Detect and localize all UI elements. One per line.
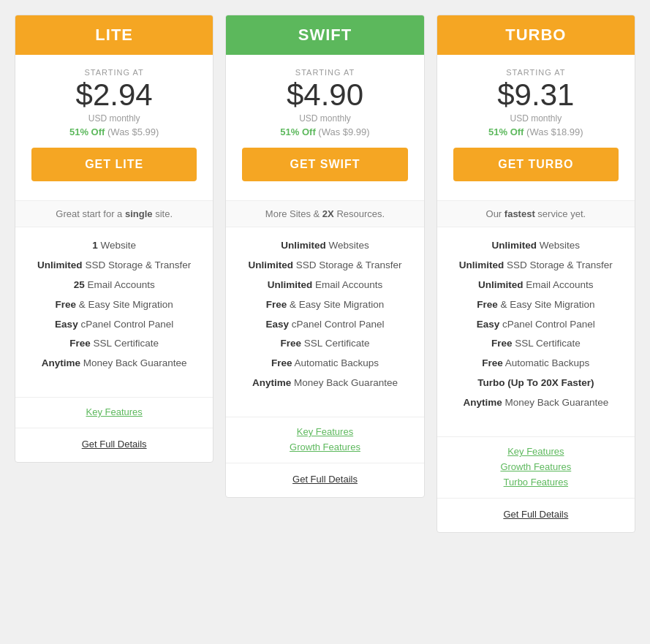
full-details-turbo: Get Full Details (437, 498, 635, 532)
plan-pricing-turbo: STARTING AT$9.31USD monthly51% Off (Was … (437, 55, 635, 200)
feature-item-swift-2: Unlimited Email Accounts (236, 279, 413, 292)
feature-item-turbo-3: Free & Easy Site Migration (447, 298, 624, 312)
feature-item-turbo-6: Free Automatic Backups (447, 357, 624, 371)
feature-item-swift-0: Unlimited Websites (236, 239, 413, 253)
divider-links-swift (226, 417, 423, 417)
feature-item-turbo-5: Free SSL Certificate (447, 337, 624, 351)
price-lite: $2.94 (23, 80, 205, 110)
link-swift-1[interactable]: Growth Features (226, 442, 423, 452)
usd-monthly-swift: USD monthly (233, 113, 416, 124)
plan-features-swift: Unlimited WebsitesUnlimited SSD Storage … (226, 227, 423, 408)
discount-turbo: 51% Off (Was $18.99) (445, 126, 627, 137)
plan-card-swift: SWIFTSTARTING AT$4.90USD monthly51% Off … (225, 15, 424, 498)
price-swift: $4.90 (233, 80, 416, 110)
feature-item-lite-4: Easy cPanel Control Panel (26, 318, 203, 332)
plan-features-lite: 1 WebsiteUnlimited SSD Storage & Transfe… (15, 227, 213, 388)
plan-header-swift: SWIFT (226, 15, 423, 55)
full-details-link-turbo[interactable]: Get Full Details (503, 509, 568, 520)
feature-item-swift-3: Free & Easy Site Migration (236, 298, 413, 312)
cta-button-turbo[interactable]: GET TURBO (453, 148, 619, 181)
link-lite-0[interactable]: Key Features (15, 406, 213, 417)
usd-monthly-lite: USD monthly (23, 113, 205, 124)
plan-links-swift: Key FeaturesGrowth Features (226, 426, 423, 463)
plan-title-lite: LITE (26, 26, 203, 45)
feature-item-swift-1: Unlimited SSD Storage & Transfer (236, 259, 413, 273)
plan-title-swift: SWIFT (236, 26, 413, 45)
link-turbo-1[interactable]: Growth Features (437, 461, 635, 472)
feature-item-turbo-4: Easy cPanel Control Panel (447, 318, 624, 332)
plan-header-lite: LITE (15, 15, 213, 55)
plan-card-lite: LITESTARTING AT$2.94USD monthly51% Off (… (15, 15, 213, 463)
link-turbo-0[interactable]: Key Features (437, 446, 635, 457)
full-details-lite: Get Full Details (15, 428, 213, 462)
feature-item-lite-6: Anytime Money Back Guarantee (26, 357, 203, 371)
feature-item-swift-7: Anytime Money Back Guarantee (236, 376, 413, 390)
plan-tagline-swift: More Sites & 2X Resources. (226, 200, 423, 227)
plan-card-turbo: TURBOSTARTING AT$9.31USD monthly51% Off … (437, 15, 635, 533)
link-turbo-2[interactable]: Turbo Features (437, 477, 635, 488)
cta-button-lite[interactable]: GET LITE (31, 148, 197, 181)
feature-item-lite-5: Free SSL Certificate (26, 337, 203, 351)
plans-container: LITESTARTING AT$2.94USD monthly51% Off (… (15, 15, 635, 533)
feature-item-swift-5: Free SSL Certificate (236, 337, 413, 351)
feature-item-lite-0: 1 Website (26, 239, 203, 253)
discount-swift: 51% Off (Was $9.99) (233, 126, 416, 137)
full-details-link-lite[interactable]: Get Full Details (82, 439, 147, 450)
plan-links-turbo: Key FeaturesGrowth FeaturesTurbo Feature… (437, 446, 635, 498)
divider-links-lite (15, 397, 213, 398)
cta-button-swift[interactable]: GET SWIFT (242, 148, 407, 181)
plan-pricing-lite: STARTING AT$2.94USD monthly51% Off (Was … (15, 55, 213, 200)
feature-item-turbo-0: Unlimited Websites (447, 239, 624, 253)
price-turbo: $9.31 (445, 80, 627, 110)
feature-item-lite-1: Unlimited SSD Storage & Transfer (26, 259, 203, 273)
starting-at-label-lite: STARTING AT (23, 68, 205, 77)
starting-at-label-turbo: STARTING AT (445, 68, 627, 77)
feature-item-lite-3: Free & Easy Site Migration (26, 298, 203, 312)
discount-lite: 51% Off (Was $5.99) (23, 126, 205, 137)
feature-item-turbo-7: Turbo (Up To 20X Faster) (447, 376, 624, 390)
starting-at-label-swift: STARTING AT (233, 68, 416, 77)
plan-tagline-turbo: Our fastest service yet. (437, 200, 635, 227)
feature-item-turbo-2: Unlimited Email Accounts (447, 279, 624, 292)
full-details-swift: Get Full Details (226, 463, 423, 497)
feature-item-turbo-8: Anytime Money Back Guarantee (447, 396, 624, 410)
feature-item-turbo-1: Unlimited SSD Storage & Transfer (447, 259, 624, 273)
full-details-link-swift[interactable]: Get Full Details (292, 474, 358, 485)
plan-pricing-swift: STARTING AT$4.90USD monthly51% Off (Was … (226, 55, 423, 200)
divider-links-turbo (437, 436, 635, 437)
link-swift-0[interactable]: Key Features (226, 426, 423, 437)
usd-monthly-turbo: USD monthly (445, 113, 627, 124)
plan-header-turbo: TURBO (437, 15, 635, 55)
plan-features-turbo: Unlimited WebsitesUnlimited SSD Storage … (437, 227, 635, 428)
plan-links-lite: Key Features (15, 406, 213, 428)
plan-title-turbo: TURBO (447, 26, 624, 45)
feature-item-swift-6: Free Automatic Backups (236, 357, 413, 371)
plan-tagline-lite: Great start for a single site. (15, 200, 213, 227)
feature-item-swift-4: Easy cPanel Control Panel (236, 318, 413, 332)
feature-item-lite-2: 25 Email Accounts (26, 279, 203, 292)
